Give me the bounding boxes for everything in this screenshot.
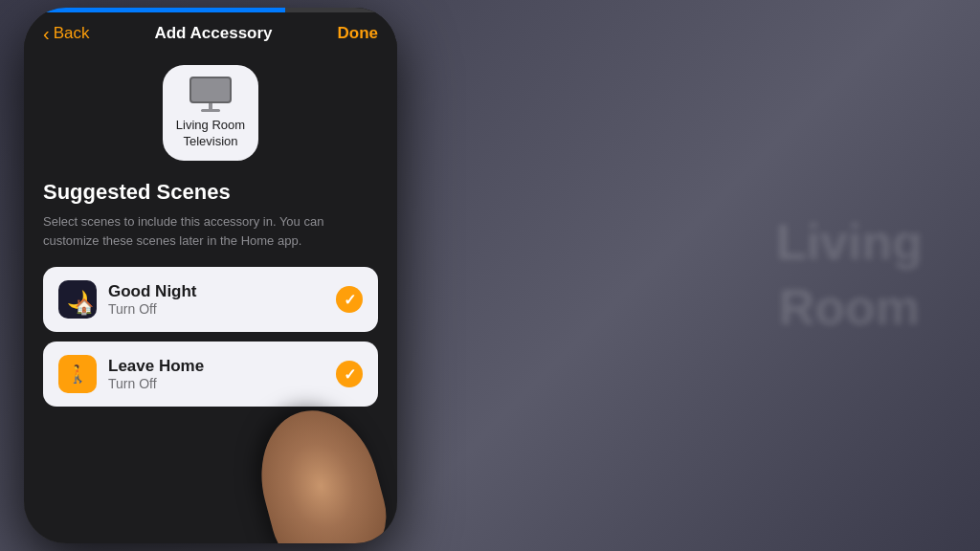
phone-frame: ‹ Back Add Accessory Done	[24, 8, 397, 543]
scene-check-leave-home: ✓	[336, 361, 363, 387]
scene-name-leave-home: Leave Home	[108, 357, 324, 376]
back-label: Back	[54, 24, 90, 43]
scene-text-good-night: Good Night Turn Off	[108, 282, 324, 317]
device-icon-container: Living Room Television	[43, 65, 378, 161]
walking-person-icon: 🚶	[67, 364, 88, 385]
scene-action-leave-home: Turn Off	[108, 376, 324, 391]
chevron-left-icon: ‹	[43, 24, 50, 43]
scene-icon-leavehome: 🚶	[58, 355, 97, 393]
scene-item-good-night[interactable]: 🌙 🏠 Good Night Turn Off ✓	[43, 267, 378, 332]
device-name: Living Room Television	[176, 118, 245, 150]
phone-container: ‹ Back Add Accessory Done	[0, 0, 431, 551]
back-button[interactable]: ‹ Back	[43, 24, 89, 43]
tv-screen-icon	[189, 77, 232, 103]
scene-name-good-night: Good Night	[108, 282, 324, 301]
scene-text-leave-home: Leave Home Turn Off	[108, 357, 324, 391]
scene-check-good-night: ✓	[336, 286, 363, 313]
tv-icon	[189, 77, 232, 112]
page-title: Add Accessory	[154, 24, 272, 43]
navigation-bar: ‹ Back Add Accessory Done	[24, 12, 397, 51]
scene-item-leave-home[interactable]: 🚶 Leave Home Turn Off ✓	[43, 342, 378, 407]
scene-action-good-night: Turn Off	[108, 301, 324, 317]
house-small-icon: 🏠	[75, 298, 94, 316]
done-button[interactable]: Done	[338, 24, 379, 43]
checkmark-icon-leavehome: ✓	[344, 365, 356, 384]
device-icon-box: Living Room Television	[163, 65, 258, 161]
section-description: Select scenes to include this accessory …	[43, 212, 378, 250]
tv-stand-neck	[209, 103, 212, 109]
checkmark-icon-goodnight: ✓	[344, 291, 356, 309]
scene-icon-goodnight: 🌙 🏠	[58, 280, 97, 319]
tv-stand-base	[201, 109, 220, 112]
section-title: Suggested Scenes	[43, 180, 378, 205]
